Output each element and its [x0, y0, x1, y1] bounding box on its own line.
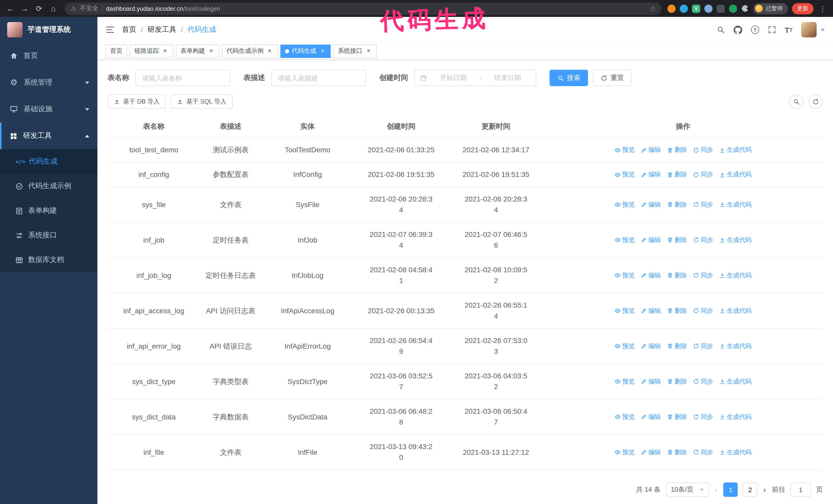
delete-link[interactable]: 删除: [667, 235, 687, 245]
view-tab[interactable]: 代码生成 ×: [280, 44, 331, 58]
generate-code-link[interactable]: 生成代码: [719, 305, 752, 316]
view-tab[interactable]: 首页: [105, 44, 127, 58]
github-icon[interactable]: [733, 25, 742, 34]
date-start-placeholder[interactable]: 开始日期: [430, 73, 476, 82]
home-nav-icon[interactable]: ⌂: [48, 4, 58, 13]
generate-code-link[interactable]: 生成代码: [719, 270, 752, 281]
page-button-2[interactable]: 2: [743, 482, 757, 497]
reload-icon[interactable]: ⟳: [34, 4, 44, 13]
delete-link[interactable]: 删除: [667, 376, 687, 387]
edit-link[interactable]: 编辑: [641, 270, 661, 281]
fullscreen-icon[interactable]: [768, 26, 776, 34]
import-db-button[interactable]: 基于 DB 导入: [108, 94, 166, 109]
preview-link[interactable]: 预览: [615, 341, 635, 352]
sidebar-item-db-doc[interactable]: 数据库文档: [0, 248, 97, 272]
view-tab[interactable]: 表单构建 ×: [176, 44, 219, 58]
preview-link[interactable]: 预览: [615, 199, 635, 210]
user-avatar[interactable]: [801, 22, 816, 38]
refresh-table-button[interactable]: [808, 94, 823, 109]
edit-link[interactable]: 编辑: [641, 199, 661, 210]
sync-link[interactable]: 同步: [693, 145, 713, 155]
sidebar-item-home[interactable]: 首页: [0, 43, 97, 69]
delete-link[interactable]: 删除: [667, 145, 687, 155]
breadcrumb-home[interactable]: 首页: [122, 25, 136, 34]
preview-link[interactable]: 预览: [615, 376, 635, 387]
delete-link[interactable]: 删除: [667, 305, 687, 316]
edit-link[interactable]: 编辑: [641, 376, 661, 387]
import-sql-button[interactable]: 基于 SQL 导入: [171, 94, 233, 109]
edit-link[interactable]: 编辑: [641, 411, 661, 422]
sync-link[interactable]: 同步: [693, 199, 713, 210]
sidebar-item-devtools[interactable]: 研发工具: [0, 123, 97, 149]
delete-link[interactable]: 删除: [667, 447, 687, 458]
sync-link[interactable]: 同步: [693, 411, 713, 422]
date-range-picker[interactable]: 开始日期 - 结束日期: [414, 70, 536, 86]
address-bar[interactable]: ⚠ 不安全 dashboard.yudao.iocoder.cn/tool/co…: [65, 2, 661, 15]
chevron-down-icon[interactable]: [821, 28, 825, 31]
profile-paused-chip[interactable]: 已暂停: [753, 3, 788, 14]
generate-code-link[interactable]: 生成代码: [719, 447, 752, 458]
sync-link[interactable]: 同步: [693, 376, 713, 387]
sidebar-item-api[interactable]: 系统接口: [0, 223, 97, 248]
update-button[interactable]: 更新: [792, 3, 813, 14]
delete-link[interactable]: 删除: [667, 341, 687, 352]
sync-link[interactable]: 同步: [693, 235, 713, 245]
extension-users-icon[interactable]: [704, 4, 713, 13]
browser-menu-kebab-icon[interactable]: ⋮: [818, 4, 828, 13]
security-label[interactable]: 不安全: [80, 4, 98, 13]
page-size-select[interactable]: 10条/页: [666, 482, 709, 497]
tab-close-icon[interactable]: ×: [208, 47, 215, 55]
date-end-placeholder[interactable]: 结束日期: [484, 73, 530, 82]
sync-link[interactable]: 同步: [693, 169, 713, 180]
extension-leaf-icon[interactable]: [729, 4, 737, 13]
sidebar-item-infra[interactable]: 基础设施: [0, 96, 97, 123]
generate-code-link[interactable]: 生成代码: [719, 411, 752, 422]
view-tab[interactable]: 系统接口 ×: [333, 44, 377, 58]
delete-link[interactable]: 删除: [667, 199, 687, 210]
forward-icon[interactable]: →: [20, 4, 30, 13]
delete-link[interactable]: 删除: [667, 270, 687, 281]
sidebar-item-codegen[interactable]: </> 代码生成: [0, 149, 97, 174]
tab-close-icon[interactable]: ×: [365, 47, 372, 55]
preview-link[interactable]: 预览: [615, 411, 635, 422]
app-logo[interactable]: 芋道管理系统: [0, 17, 97, 43]
extension-wallet-icon[interactable]: [717, 4, 725, 13]
edit-link[interactable]: 编辑: [641, 145, 661, 155]
sidebar-item-codegen-example[interactable]: 代码生成示例: [0, 174, 97, 198]
generate-code-link[interactable]: 生成代码: [719, 341, 752, 352]
sync-link[interactable]: 同步: [693, 305, 713, 316]
font-size-icon[interactable]: TT: [785, 25, 792, 34]
generate-code-link[interactable]: 生成代码: [719, 145, 752, 155]
tab-close-icon[interactable]: ×: [319, 47, 326, 55]
preview-link[interactable]: 预览: [615, 169, 635, 180]
table-desc-input[interactable]: [271, 70, 366, 86]
preview-link[interactable]: 预览: [615, 270, 635, 281]
extension-fox-icon[interactable]: [667, 4, 675, 13]
search-button[interactable]: 搜索: [549, 70, 588, 86]
view-tab[interactable]: 代码生成示例 ×: [222, 44, 278, 58]
sidebar-item-form-builder[interactable]: 表单构建: [0, 198, 97, 223]
preview-link[interactable]: 预览: [615, 145, 635, 155]
search-icon[interactable]: [716, 26, 724, 34]
breadcrumb-devtools[interactable]: 研发工具: [148, 25, 176, 34]
help-icon[interactable]: ?: [751, 26, 759, 34]
generate-code-link[interactable]: 生成代码: [719, 376, 752, 387]
sync-link[interactable]: 同步: [693, 270, 713, 281]
hamburger-icon[interactable]: [105, 25, 115, 34]
tab-close-icon[interactable]: ×: [162, 47, 169, 55]
generate-code-link[interactable]: 生成代码: [719, 169, 752, 180]
tab-close-icon[interactable]: ×: [266, 47, 273, 55]
prev-page-button[interactable]: ‹: [714, 485, 718, 494]
preview-link[interactable]: 预览: [615, 447, 635, 458]
preview-link[interactable]: 预览: [615, 235, 635, 245]
edit-link[interactable]: 编辑: [641, 447, 661, 458]
extension-vue-icon[interactable]: V: [692, 4, 700, 13]
sync-link[interactable]: 同步: [693, 447, 713, 458]
edit-link[interactable]: 编辑: [641, 169, 661, 180]
generate-code-link[interactable]: 生成代码: [719, 235, 752, 245]
generate-code-link[interactable]: 生成代码: [719, 199, 752, 210]
edit-link[interactable]: 编辑: [641, 341, 661, 352]
view-tab[interactable]: 链路追踪 ×: [130, 44, 173, 58]
page-goto-input[interactable]: [790, 482, 811, 497]
sync-link[interactable]: 同步: [693, 341, 713, 352]
